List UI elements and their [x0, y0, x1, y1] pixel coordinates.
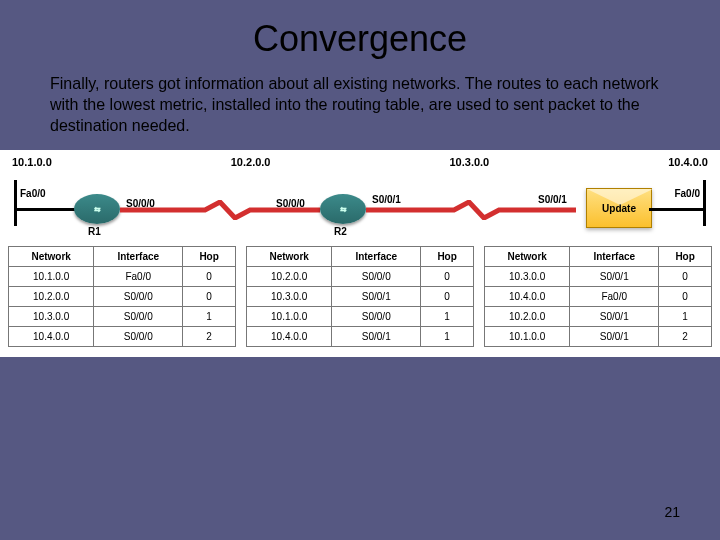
- table-row: 10.3.0.0S0/0/10: [485, 267, 712, 287]
- table-row: 10.2.0.0S0/0/00: [247, 267, 474, 287]
- cell-network: 10.2.0.0: [485, 307, 570, 327]
- topology: Fa0/0 Fa0/0 ⇆ R1 S0/0/0 S0/0/0 ⇆ R2 S0/0…: [8, 170, 712, 240]
- network-diagram: 10.1.0.0 10.2.0.0 10.3.0.0 10.4.0.0 Fa0/…: [0, 150, 720, 357]
- lan-segment-left: [14, 180, 17, 226]
- slide-body-text: Finally, routers got information about a…: [30, 74, 690, 150]
- cell-hop: 1: [421, 327, 474, 347]
- routing-table-r1: Network Interface Hop 10.1.0.0Fa0/00 10.…: [8, 246, 236, 347]
- cell-network: 10.1.0.0: [247, 307, 332, 327]
- cell-interface: S0/0/1: [332, 287, 421, 307]
- col-hop: Hop: [421, 247, 474, 267]
- col-hop: Hop: [659, 247, 712, 267]
- cell-interface: S0/0/1: [570, 307, 659, 327]
- cell-network: 10.1.0.0: [9, 267, 94, 287]
- cell-network: 10.1.0.0: [485, 327, 570, 347]
- cell-interface: S0/0/0: [332, 267, 421, 287]
- cell-hop: 0: [183, 267, 236, 287]
- cell-hop: 0: [421, 287, 474, 307]
- routing-table-r2: Network Interface Hop 10.2.0.0S0/0/00 10…: [246, 246, 474, 347]
- update-label: Update: [602, 203, 636, 214]
- table-row: 10.1.0.0Fa0/00: [9, 267, 236, 287]
- cell-hop: 0: [421, 267, 474, 287]
- router-r2-label: R2: [334, 226, 347, 237]
- cell-network: 10.3.0.0: [247, 287, 332, 307]
- cell-interface: S0/0/0: [94, 307, 183, 327]
- cell-network: 10.2.0.0: [247, 267, 332, 287]
- network-label-2: 10.2.0.0: [231, 156, 271, 168]
- table-row: 10.4.0.0Fa0/00: [485, 287, 712, 307]
- network-label-3: 10.3.0.0: [449, 156, 489, 168]
- interface-label-fa00-left: Fa0/0: [20, 188, 46, 199]
- routing-tables-row: Network Interface Hop 10.1.0.0Fa0/00 10.…: [8, 246, 712, 347]
- page-number: 21: [664, 504, 680, 520]
- col-network: Network: [485, 247, 570, 267]
- router-r2-icon: ⇆: [320, 194, 366, 224]
- routing-table-r3: Network Interface Hop 10.3.0.0S0/0/10 10…: [484, 246, 712, 347]
- interface-label-s001-r3: S0/0/1: [538, 194, 567, 205]
- update-envelope-icon: Update: [586, 188, 652, 228]
- table-row: 10.3.0.0S0/0/01: [9, 307, 236, 327]
- cell-hop: 1: [659, 307, 712, 327]
- col-hop: Hop: [183, 247, 236, 267]
- table-row: 10.2.0.0S0/0/11: [485, 307, 712, 327]
- cell-interface: S0/0/0: [94, 327, 183, 347]
- cell-interface: S0/0/1: [570, 327, 659, 347]
- col-interface: Interface: [332, 247, 421, 267]
- table-row: 10.3.0.0S0/0/10: [247, 287, 474, 307]
- cell-hop: 0: [659, 287, 712, 307]
- cell-hop: 0: [183, 287, 236, 307]
- cell-interface: Fa0/0: [570, 287, 659, 307]
- slide: Convergence Finally, routers got informa…: [0, 0, 720, 377]
- slide-title: Convergence: [30, 18, 690, 60]
- col-network: Network: [247, 247, 332, 267]
- col-interface: Interface: [570, 247, 659, 267]
- col-interface: Interface: [94, 247, 183, 267]
- network-label-4: 10.4.0.0: [668, 156, 708, 168]
- network-labels-row: 10.1.0.0 10.2.0.0 10.3.0.0 10.4.0.0: [8, 156, 712, 170]
- cell-interface: S0/0/0: [94, 287, 183, 307]
- table-row: 10.1.0.0S0/0/01: [247, 307, 474, 327]
- cell-hop: 1: [183, 307, 236, 327]
- table-row: 10.1.0.0S0/0/12: [485, 327, 712, 347]
- cell-network: 10.3.0.0: [485, 267, 570, 287]
- cell-hop: 1: [421, 307, 474, 327]
- network-label-1: 10.1.0.0: [12, 156, 52, 168]
- eth-link-left: [17, 208, 77, 211]
- lan-segment-right: [703, 180, 706, 226]
- cell-interface: S0/0/1: [570, 267, 659, 287]
- cell-network: 10.4.0.0: [9, 327, 94, 347]
- router-r1-label: R1: [88, 226, 101, 237]
- router-r1-icon: ⇆: [74, 194, 120, 224]
- cell-hop: 0: [659, 267, 712, 287]
- eth-link-right: [649, 208, 703, 211]
- cell-interface: S0/0/1: [332, 327, 421, 347]
- cell-network: 10.4.0.0: [247, 327, 332, 347]
- interface-label-fa00-right: Fa0/0: [674, 188, 700, 199]
- cell-interface: S0/0/0: [332, 307, 421, 327]
- table-row: 10.2.0.0S0/0/00: [9, 287, 236, 307]
- table-row: 10.4.0.0S0/0/11: [247, 327, 474, 347]
- col-network: Network: [9, 247, 94, 267]
- cell-hop: 2: [183, 327, 236, 347]
- table-row: 10.4.0.0S0/0/02: [9, 327, 236, 347]
- cell-hop: 2: [659, 327, 712, 347]
- cell-network: 10.3.0.0: [9, 307, 94, 327]
- cell-network: 10.2.0.0: [9, 287, 94, 307]
- interface-label-s000-r2: S0/0/0: [276, 198, 305, 209]
- cell-interface: Fa0/0: [94, 267, 183, 287]
- cell-network: 10.4.0.0: [485, 287, 570, 307]
